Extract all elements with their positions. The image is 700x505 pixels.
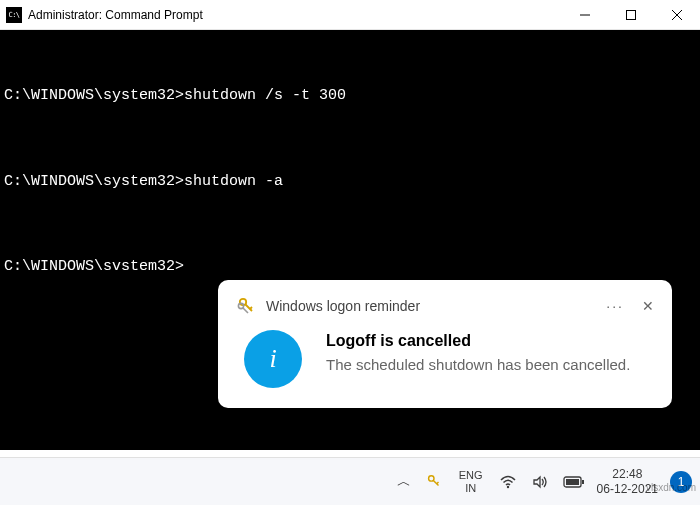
prompt: C:\WINDOWS\system32>	[4, 173, 184, 190]
keys-icon	[236, 296, 256, 316]
svg-line-6	[250, 307, 252, 309]
toast-app-name: Windows logon reminder	[266, 298, 606, 314]
toast-more-button[interactable]: ···	[606, 298, 624, 314]
prompt: C:\WINDOWS\system32>	[4, 87, 184, 104]
maximize-button[interactable]	[608, 0, 654, 30]
terminal-line: C:\WINDOWS\system32>shutdown -a	[4, 171, 696, 194]
info-icon: i	[244, 330, 302, 388]
terminal-line: C:\WINDOWS\svstem32>	[4, 256, 696, 279]
svg-rect-15	[582, 480, 584, 484]
command: shutdown -a	[184, 173, 283, 190]
taskbar: ︿ ENG IN	[0, 457, 700, 505]
clock[interactable]: 22:48 06-12-2021	[595, 467, 660, 496]
toast-text: Logoff is cancelled The scheduled shutdo…	[326, 330, 630, 375]
wifi-icon[interactable]	[495, 473, 521, 491]
notification-badge[interactable]: 1	[670, 471, 692, 493]
command: shutdown /s -t 300	[184, 87, 346, 104]
clock-date: 06-12-2021	[597, 482, 658, 496]
svg-rect-14	[566, 479, 579, 485]
prompt: C:\WINDOWS\svstem32>	[4, 258, 184, 275]
close-button[interactable]	[654, 0, 700, 30]
tray-overflow-button[interactable]: ︿	[393, 473, 415, 491]
svg-point-12	[506, 485, 508, 487]
lang-code: ENG	[459, 469, 483, 481]
language-indicator[interactable]: ENG IN	[453, 469, 489, 493]
window-title: Administrator: Command Prompt	[28, 8, 562, 22]
window-titlebar: C:\ Administrator: Command Prompt	[0, 0, 700, 30]
system-tray: ︿ ENG IN	[393, 467, 692, 496]
clock-time: 22:48	[612, 467, 642, 481]
svg-rect-1	[627, 10, 636, 19]
toast-header: Windows logon reminder ··· ✕	[236, 296, 654, 316]
battery-icon[interactable]	[559, 475, 589, 489]
toast-message: The scheduled shutdown has been cancelle…	[326, 354, 630, 375]
tray-keys-icon[interactable]	[421, 473, 447, 491]
volume-icon[interactable]	[527, 473, 553, 491]
terminal-line: C:\WINDOWS\system32>shutdown /s -t 300	[4, 85, 696, 108]
window-controls	[562, 0, 700, 30]
svg-line-8	[243, 308, 248, 313]
toast-heading: Logoff is cancelled	[326, 332, 630, 350]
notification-toast: Windows logon reminder ··· ✕ i Logoff is…	[218, 280, 672, 408]
lang-region: IN	[465, 482, 476, 494]
toast-body: i Logoff is cancelled The scheduled shut…	[236, 330, 654, 388]
minimize-button[interactable]	[562, 0, 608, 30]
toast-close-button[interactable]: ✕	[642, 298, 654, 314]
cmd-icon: C:\	[6, 7, 22, 23]
svg-line-11	[436, 482, 438, 484]
svg-point-7	[238, 303, 243, 308]
